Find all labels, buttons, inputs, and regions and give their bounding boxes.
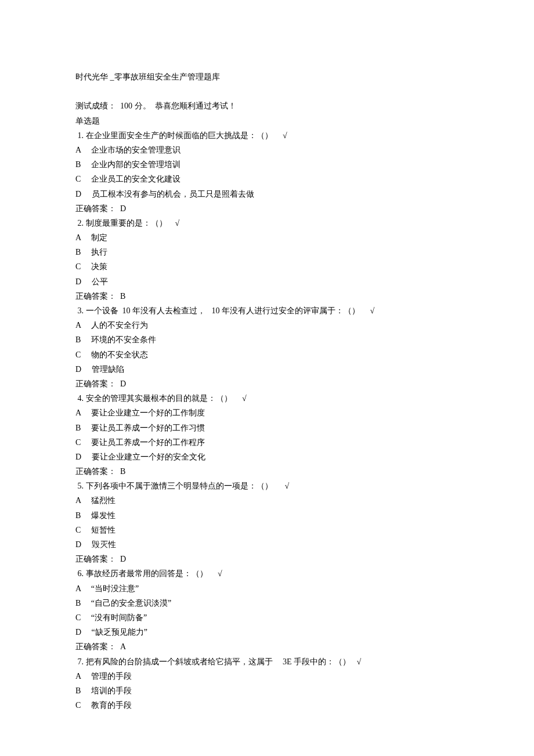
answer-line: 正确答案： D	[75, 552, 459, 566]
option-row: D 要让企业建立一个好的安全文化	[75, 450, 459, 464]
option-row: C “没有时间防备”	[75, 610, 459, 625]
question-text: 2. 制度最重要的是：（） √	[75, 216, 459, 230]
option-row: C 教育的手段	[75, 698, 459, 712]
question-text: 3. 一个设备 10 年没有人去检查过， 10 年没有人进行过安全的评审属于：（…	[75, 303, 459, 318]
option-row: C 短暂性	[75, 523, 459, 537]
answer-line: 正确答案： B	[75, 464, 459, 479]
answer-line: 正确答案： A	[75, 639, 459, 654]
blank-line	[75, 84, 459, 99]
doc-title: 时代光华 _零事故班组安全生产管理题库	[75, 70, 459, 84]
option-row: A 管理的手段	[75, 669, 459, 683]
question-text: 4. 安全的管理其实最根本的目的就是：（） √	[75, 391, 459, 406]
option-row: B 培训的手段	[75, 683, 459, 698]
option-row: B “自己的安全意识淡漠”	[75, 596, 459, 610]
option-row: A 制定	[75, 230, 459, 245]
option-row: D 毁灭性	[75, 537, 459, 552]
questions-container: 1. 在企业里面安全生产的时候面临的巨大挑战是：（） √A 企业市场的安全管理意…	[75, 128, 459, 713]
option-row: B 环境的不安全条件	[75, 332, 459, 347]
score-line: 测试成绩： 100 分。 恭喜您顺利通过考试！	[75, 99, 459, 113]
question-text: 6. 事故经历者最常用的回答是：（） √	[75, 566, 459, 581]
option-row: D 管理缺陷	[75, 362, 459, 377]
option-row: A 企业市场的安全管理意识	[75, 143, 459, 157]
question-text: 1. 在企业里面安全生产的时候面临的巨大挑战是：（） √	[75, 128, 459, 143]
option-row: D “缺乏预见能力”	[75, 625, 459, 639]
option-row: B 企业内部的安全管理培训	[75, 157, 459, 172]
section-title: 单选题	[75, 114, 459, 128]
option-row: C 决策	[75, 259, 459, 274]
question-text: 7. 把有风险的台阶搞成一个斜坡或者给它搞平，这属于 3E 手段中的：（） √	[75, 654, 459, 669]
option-row: D 公平	[75, 274, 459, 289]
question-text: 5. 下列各项中不属于激情三个明显特点的一项是：（） √	[75, 479, 459, 493]
answer-line: 正确答案： D	[75, 201, 459, 216]
option-row: A 猛烈性	[75, 493, 459, 508]
option-row: B 爆发性	[75, 508, 459, 523]
option-row: C 企业员工的安全文化建设	[75, 172, 459, 186]
option-row: C 要让员工养成一个好的工作程序	[75, 435, 459, 450]
option-row: A “当时没注意”	[75, 581, 459, 596]
option-row: A 要让企业建立一个好的工作制度	[75, 406, 459, 420]
option-row: A 人的不安全行为	[75, 318, 459, 332]
option-row: D 员工根本没有参与的机会，员工只是照着去做	[75, 187, 459, 201]
option-row: B 要让员工养成一个好的工作习惯	[75, 421, 459, 435]
option-row: C 物的不安全状态	[75, 348, 459, 362]
answer-line: 正确答案： D	[75, 377, 459, 391]
answer-line: 正确答案： B	[75, 289, 459, 303]
option-row: B 执行	[75, 245, 459, 259]
